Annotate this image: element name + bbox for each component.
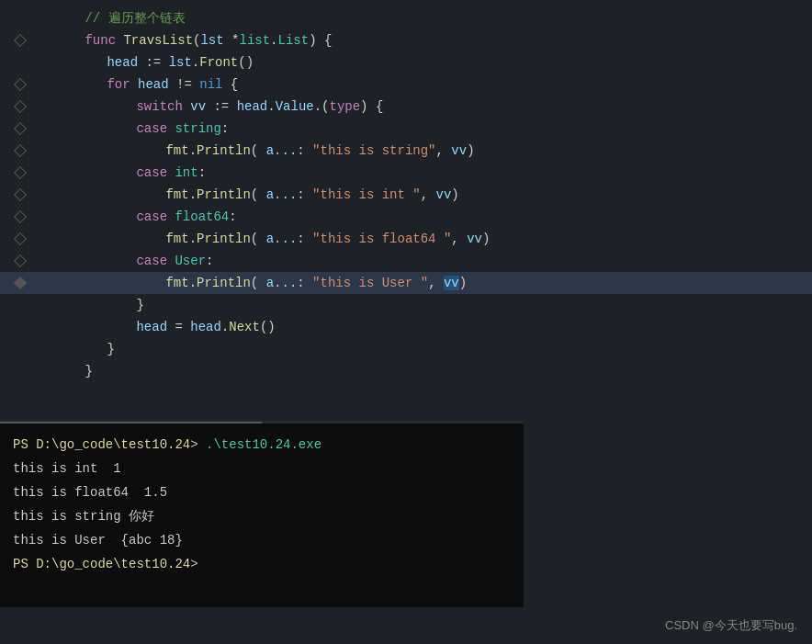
code-line-17: }: [0, 360, 812, 382]
terminal-line-1: PS D:\go_code\test10.24> .\test10.24.exe: [13, 433, 511, 457]
gutter-13: [9, 278, 31, 288]
terminal: PS D:\go_code\test10.24> .\test10.24.exe…: [0, 424, 524, 607]
breakpoint-diamond-6[interactable]: [14, 122, 27, 135]
breakpoint-diamond-11[interactable]: [14, 232, 27, 245]
terminal-line-4: this is string 你好: [13, 504, 511, 528]
breakpoint-diamond-5[interactable]: [14, 100, 27, 113]
gutter-11: [9, 234, 31, 243]
bottom-bar: CSDN @今天也要写bug.: [0, 607, 812, 644]
code-editor: // 遍历整个链表 func TravsList(lst *list.List)…: [0, 0, 812, 423]
breakpoint-diamond-10[interactable]: [14, 210, 27, 223]
gutter-12: [9, 256, 31, 266]
watermark-text: CSDN @今天也要写bug.: [665, 617, 797, 634]
terminal-line-3: this is float64 1.5: [13, 480, 511, 504]
terminal-line-5: this is User {abc 18}: [13, 528, 511, 552]
gutter-8: [9, 168, 31, 177]
terminal-line-6: PS D:\go_code\test10.24>: [13, 552, 511, 576]
terminal-line-2: this is int 1: [13, 457, 511, 480]
breakpoint-diamond-13[interactable]: [14, 277, 27, 289]
gutter-4: [9, 80, 31, 89]
gutter-10: [9, 212, 31, 221]
gutter-6: [9, 124, 31, 133]
gutter-9: [9, 190, 31, 199]
breakpoint-diamond-8[interactable]: [14, 166, 27, 179]
gutter-2: [9, 36, 31, 45]
breakpoint-diamond-7[interactable]: [14, 144, 27, 157]
breakpoint-diamond-9[interactable]: [14, 188, 27, 201]
gutter-5: [9, 102, 31, 111]
breakpoint-diamond-4[interactable]: [14, 78, 27, 91]
breakpoint-diamond-12[interactable]: [14, 254, 27, 267]
breakpoint-diamond[interactable]: [14, 34, 27, 47]
line-content-17: }: [31, 338, 812, 404]
gutter-7: [9, 146, 31, 155]
